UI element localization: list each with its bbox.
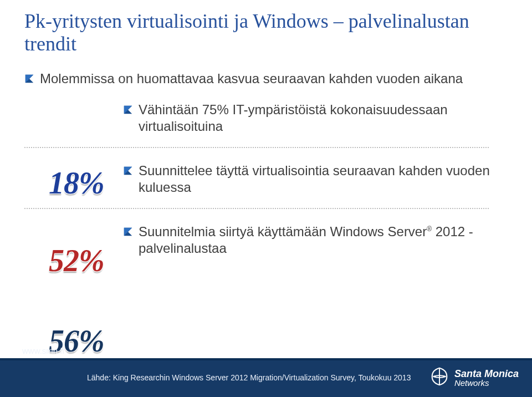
registered-mark: ® (427, 225, 432, 233)
intro-bullet: Molemmissa on huomattavaa kasvua seuraav… (24, 70, 508, 87)
footer-divider (0, 358, 532, 360)
brand-line1: Santa (454, 368, 482, 379)
divider (24, 147, 489, 148)
bullet-icon (123, 227, 133, 237)
slide: Pk-yritysten virtualisointi ja Windows –… (0, 0, 532, 397)
stat-text-3: Suunnitelmia siirtyä käyttämään Windows … (139, 223, 508, 257)
stat-percent-2: 52% (49, 243, 104, 278)
logo-icon (429, 366, 450, 389)
logo-text: Santa Monica Networks (454, 369, 519, 387)
stat-text-1: Vähintään 75% IT-ympäristöistä kokonaisu… (139, 101, 508, 135)
brand-line3: Networks (454, 379, 519, 387)
divider (24, 208, 489, 209)
stat-percent-1: 18% (49, 165, 104, 201)
page-title: Pk-yritysten virtualisointi ja Windows –… (24, 10, 508, 56)
stat-row-1: Vähintään 75% IT-ympäristöistä kokonaisu… (24, 101, 508, 135)
content-area: Molemmissa on huomattavaa kasvua seuraav… (24, 70, 508, 257)
bullet-icon (24, 74, 34, 84)
intro-text: Molemmissa on huomattavaa kasvua seuraav… (40, 70, 463, 87)
stat-text-2: Suunnittelee täyttä virtualisointia seur… (139, 162, 508, 196)
stat-text-3a: Suunnitelmia siirtyä käyttämään Windows … (139, 224, 427, 239)
bullet-icon (123, 166, 133, 176)
footer-source: Lähde: King Researchin Windows Server 20… (87, 373, 411, 382)
footer-url: www.smn.fi (22, 346, 64, 355)
footer-logo: Santa Monica Networks (429, 366, 519, 389)
bullet-icon (123, 105, 133, 115)
footer-bar: www.smn.fi Lähde: King Researchin Window… (0, 358, 532, 397)
brand-line2: Monica (484, 368, 519, 379)
